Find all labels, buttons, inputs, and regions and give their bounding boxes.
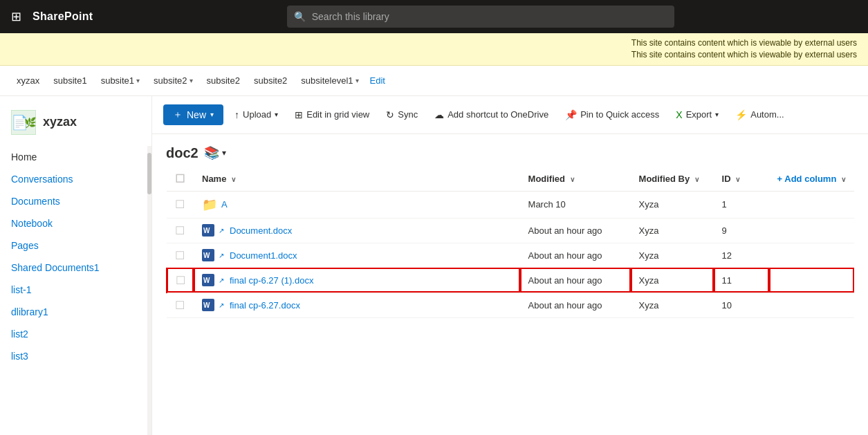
sidebar-item-dlibrary1[interactable]: dlibrary1 (0, 301, 145, 323)
file-name-link[interactable]: W ↗ Document.docx (202, 224, 512, 237)
pin-button[interactable]: 📌 Pin to Quick access (560, 105, 665, 124)
edit-grid-button[interactable]: ⊞ Edit in grid view (289, 105, 375, 124)
row-checkbox[interactable]: ☐ (167, 293, 194, 317)
file-name-link[interactable]: 📁 A (202, 197, 512, 212)
content-area: ＋ New ▾ ↑ Upload ▾ ⊞ Edit in grid view ↻… (152, 96, 868, 435)
site-name: xyzax (43, 115, 77, 129)
export-button[interactable]: X Export ▾ (670, 105, 724, 124)
word-doc-icon: W (202, 249, 214, 261)
file-name-cell: W ↗ Document1.docx (194, 243, 520, 268)
subnav-subsite1-2[interactable]: subsite1 ▾ (95, 73, 145, 89)
subnav-subsitelevel1[interactable]: subsitelevel1 ▾ (295, 73, 364, 89)
file-name-cell: W ↗ Document.docx (194, 218, 520, 243)
chevron-down-icon: ▾ (715, 111, 719, 118)
sync-button[interactable]: ↻ Sync (380, 105, 423, 124)
chevron-down-icon: ▾ (275, 111, 278, 118)
modified-by-col-header[interactable]: Modified By ∨ (631, 167, 714, 192)
id-col-header[interactable]: ID ∨ (714, 167, 769, 192)
row-checkbox[interactable]: ☐ (167, 243, 194, 268)
file-name-link[interactable]: W ↗ final cp-6.27.docx (202, 299, 512, 311)
link-indicator: ↗ (219, 277, 224, 284)
automate-icon: ⚡ (735, 109, 747, 120)
toolbar: ＋ New ▾ ↑ Upload ▾ ⊞ Edit in grid view ↻… (152, 96, 868, 134)
subnav-subsite2-3[interactable]: subsite2 (248, 73, 293, 89)
modified-by-cell: Xyza (631, 243, 714, 268)
chevron-down-icon: ▾ (136, 77, 140, 84)
table-row: ☐ 📁 A March 10 Xyza 1 (167, 191, 854, 218)
svg-text:W: W (203, 302, 210, 309)
sidebar-item-list3[interactable]: list3 (0, 345, 145, 367)
row-checkbox[interactable]: ☐ (167, 268, 194, 293)
sort-icon: ∨ (231, 176, 236, 183)
search-bar: 🔍 (287, 6, 674, 28)
sidebar-item-notebook[interactable]: Notebook (0, 212, 145, 234)
row-checkbox[interactable]: ☐ (167, 191, 194, 218)
shortcut-icon: ☁ (434, 109, 444, 120)
sidebar-item-pages[interactable]: Pages (0, 234, 145, 257)
row-checkbox[interactable]: ☐ (167, 218, 194, 243)
checkbox-col-header: ☐ (167, 167, 194, 192)
modified-by-cell: Xyza (631, 191, 714, 218)
external-users-banner: This site contains content which is view… (0, 33, 868, 66)
file-name-cell: 📁 A (194, 191, 520, 218)
modified-cell: About an hour ago (520, 218, 631, 243)
top-navigation: ⊞ SharePoint 🔍 (0, 0, 868, 33)
modified-by-cell: Xyza (631, 293, 714, 317)
file-table: ☐ Name ∨ Modified ∨ Modified By ∨ (166, 167, 854, 318)
chevron-down-icon: ▾ (210, 111, 214, 118)
sidebar-scrollbar[interactable] (147, 146, 151, 435)
file-name-cell: W ↗ final cp-6.27 (1).docx (194, 268, 520, 293)
sidebar-item-documents[interactable]: Documents (0, 190, 145, 212)
library-view-button[interactable]: 📚 ▾ (204, 145, 226, 160)
table-row: ☐ W ↗ Document1.docx About an hour ago X… (167, 243, 854, 268)
search-input[interactable] (287, 6, 674, 28)
file-name-link[interactable]: W ↗ final cp-6.27 (1).docx (202, 274, 512, 286)
subnav-subsite2-2[interactable]: subsite2 (201, 73, 246, 89)
svg-text:W: W (203, 277, 210, 284)
subnav-xyzax[interactable]: xyzax (11, 73, 45, 89)
waffle-icon[interactable]: ⊞ (8, 6, 24, 27)
folder-icon: 📁 (202, 197, 217, 212)
sidebar-item-conversations[interactable]: Conversations (0, 168, 145, 190)
link-indicator: ↗ (219, 252, 224, 259)
chevron-down-icon: ∨ (841, 176, 846, 183)
sidebar-item-list2[interactable]: list2 (0, 323, 145, 345)
site-header: 📄 🌿 xyzax (0, 104, 151, 146)
sub-navigation: xyzax subsite1 subsite1 ▾ subsite2 ▾ sub… (0, 66, 868, 96)
subnav-edit[interactable]: Edit (370, 75, 385, 86)
link-indicator: ↗ (219, 227, 224, 234)
extra-col-cell (769, 191, 854, 218)
file-name-text: A (221, 199, 228, 210)
library-icon: 📚 (204, 145, 219, 160)
pin-icon: 📌 (565, 109, 577, 120)
sync-icon: ↻ (386, 109, 394, 120)
sort-icon: ∨ (570, 176, 575, 183)
id-cell: 9 (714, 218, 769, 243)
new-button[interactable]: ＋ New ▾ (163, 104, 223, 125)
id-cell: 10 (714, 293, 769, 317)
sort-icon: ∨ (735, 176, 740, 183)
name-col-header[interactable]: Name ∨ (194, 167, 520, 192)
add-column-header[interactable]: + Add column ∨ (769, 167, 854, 192)
word-doc-icon: W (202, 224, 214, 237)
sidebar-item-home[interactable]: Home (0, 146, 145, 168)
subnav-subsite2-1[interactable]: subsite2 ▾ (148, 73, 198, 89)
word-doc-icon: W (202, 299, 214, 311)
modified-col-header[interactable]: Modified ∨ (520, 167, 631, 192)
modified-by-cell: Xyza (631, 218, 714, 243)
chevron-down-icon: ▾ (190, 77, 193, 84)
chevron-down-icon: ▾ (355, 77, 359, 84)
svg-text:W: W (203, 252, 210, 259)
upload-button[interactable]: ↑ Upload ▾ (229, 105, 284, 124)
modified-cell: March 10 (520, 191, 631, 218)
svg-text:W: W (203, 227, 210, 234)
automate-button[interactable]: ⚡ Autom... (730, 105, 789, 124)
plus-icon: ＋ (173, 109, 183, 121)
excel-icon: X (676, 109, 682, 120)
sidebar-item-shared-docs[interactable]: Shared Documents1 (0, 257, 145, 279)
sidebar-item-list1[interactable]: list-1 (0, 279, 145, 301)
add-shortcut-button[interactable]: ☁ Add shortcut to OneDrive (429, 105, 554, 124)
file-name-link[interactable]: W ↗ Document1.docx (202, 249, 512, 261)
id-cell: 11 (714, 268, 769, 293)
subnav-subsite1-1[interactable]: subsite1 (48, 73, 92, 89)
